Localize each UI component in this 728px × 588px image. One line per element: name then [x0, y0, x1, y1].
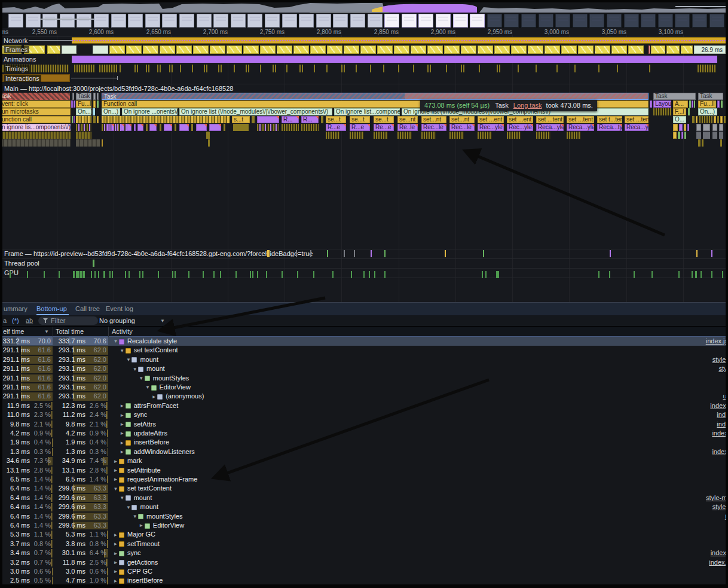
- tooltip-long-task-link[interactable]: Long task: [513, 102, 542, 109]
- expand-icon[interactable]: ►: [112, 549, 119, 558]
- flame-bar[interactable]: set ...tent: [625, 116, 649, 123]
- frame-block[interactable]: [444, 45, 460, 54]
- flame-bar[interactable]: O...: [673, 116, 686, 123]
- collapse-icon[interactable]: ▼: [112, 337, 119, 346]
- flame-bar[interactable]: [257, 124, 279, 131]
- sort-caret-icon[interactable]: ▼: [44, 329, 49, 334]
- expand-icon[interactable]: ►: [112, 567, 119, 576]
- flame-bar[interactable]: [692, 100, 693, 108]
- flame-bar[interactable]: Rec...yle: [478, 124, 504, 131]
- frame-block[interactable]: [126, 45, 142, 54]
- frame-block[interactable]: [310, 45, 326, 54]
- source-link[interactable]: index.js:: [710, 401, 726, 410]
- expand-icon[interactable]: ►: [112, 466, 119, 475]
- flame-bar[interactable]: unction call: [2, 116, 71, 123]
- expand-icon[interactable]: ►: [112, 540, 119, 549]
- flame-bar[interactable]: [160, 124, 161, 131]
- track-label-timings[interactable]: Timings: [4, 65, 30, 72]
- table-row[interactable]: 291.1 ms61.6 %293.1 ms62.0 %▼mountStyles…: [2, 374, 726, 383]
- table-row[interactable]: 11.9 ms2.5 %12.3 ms2.6 %►attrsFromFaceti…: [2, 401, 726, 410]
- source-link[interactable]: style-mod: [712, 502, 726, 511]
- flame-bar[interactable]: Task: [653, 93, 696, 100]
- filmstrip-thumbnail[interactable]: [42, 14, 57, 28]
- flame-bar[interactable]: [76, 132, 91, 139]
- frame-block[interactable]: [210, 45, 225, 54]
- flame-bar[interactable]: [397, 132, 412, 139]
- flame-bar[interactable]: [684, 132, 686, 139]
- filmstrip-thumbnail[interactable]: [162, 14, 177, 28]
- filmstrip-track[interactable]: [2, 13, 726, 28]
- flame-bar[interactable]: [699, 116, 712, 123]
- source-link[interactable]: index.js: [712, 429, 726, 438]
- table-row[interactable]: 3.0 ms0.6 %3.0 ms0.6 %►CPP GC: [2, 567, 726, 576]
- frame-block[interactable]: [494, 45, 510, 54]
- frame-block[interactable]: [243, 45, 259, 54]
- flame-bar[interactable]: un microtasks: [2, 108, 71, 115]
- table-row[interactable]: 291.1 ms61.6 %293.1 ms62.0 %►(anonymous)…: [2, 392, 726, 401]
- frame-block[interactable]: [62, 45, 77, 54]
- source-link[interactable]: index.js: [706, 337, 726, 346]
- filmstrip-thumbnail[interactable]: [145, 14, 160, 28]
- filmstrip-thumbnail[interactable]: [402, 14, 417, 28]
- table-row[interactable]: 5.3 ms1.1 %5.3 ms1.1 %►Major GC: [2, 530, 726, 539]
- filmstrip-thumbnail[interactable]: [658, 14, 673, 28]
- flame-bar[interactable]: ask: [2, 93, 70, 100]
- frame-block[interactable]: [277, 45, 292, 54]
- filmstrip-thumbnail[interactable]: [333, 14, 348, 28]
- flame-bar[interactable]: [121, 124, 124, 131]
- flame-bar[interactable]: [2, 132, 71, 139]
- flame-bar[interactable]: set ...ent: [478, 116, 504, 123]
- filmstrip-thumbnail[interactable]: [521, 14, 536, 28]
- source-link[interactable]: index.js: [712, 447, 726, 456]
- filmstrip-thumbnail[interactable]: [26, 14, 41, 28]
- flame-bar[interactable]: On ignore ...onents\/): [122, 108, 178, 115]
- flame-bar[interactable]: [350, 132, 364, 139]
- track-label-frames[interactable]: Frames: [4, 46, 29, 53]
- source-link[interactable]: useCodeMirror: [723, 392, 726, 401]
- animations-track-bar[interactable]: [72, 56, 717, 63]
- flame-bar[interactable]: [321, 116, 323, 123]
- flame-bar[interactable]: [97, 116, 99, 123]
- flame-bar[interactable]: [687, 124, 689, 131]
- flame-bar[interactable]: se...t: [374, 116, 394, 123]
- flame-bar[interactable]: [137, 124, 143, 131]
- tab-event-log[interactable]: Event log: [106, 305, 133, 312]
- frame-block[interactable]: [628, 45, 644, 54]
- frame-block[interactable]: [511, 45, 527, 54]
- filmstrip-thumbnail[interactable]: [675, 14, 690, 28]
- frame-block[interactable]: [93, 45, 108, 54]
- flame-bar[interactable]: A...: [673, 100, 688, 108]
- filmstrip-thumbnail[interactable]: [418, 14, 433, 28]
- collapse-icon[interactable]: ▼: [138, 374, 145, 383]
- frame-block[interactable]: [611, 45, 627, 54]
- frame-block[interactable]: [176, 45, 192, 54]
- filmstrip-thumbnail[interactable]: [265, 14, 280, 28]
- flame-bar[interactable]: [719, 132, 723, 139]
- track-label-network[interactable]: Network: [4, 37, 27, 44]
- expand-icon[interactable]: ►: [112, 577, 119, 584]
- flame-bar[interactable]: [703, 132, 710, 139]
- flame-bar[interactable]: [714, 116, 716, 123]
- flame-bar[interactable]: [692, 116, 695, 123]
- flame-bar[interactable]: [93, 108, 95, 115]
- filmstrip-thumbnail[interactable]: [641, 14, 656, 28]
- table-row[interactable]: 34.6 ms7.3 %34.9 ms7.4 %►mark: [2, 456, 726, 465]
- table-row[interactable]: 6.4 ms1.4 %299.6 ms63.3 %▼mountstyle-mod: [2, 493, 726, 502]
- filmstrip-thumbnail[interactable]: [299, 14, 314, 28]
- table-row[interactable]: 1.3 ms0.3 %1.3 ms0.3 %►addWindowListener…: [2, 447, 726, 456]
- cpu-overview-strip[interactable]: [2, 2, 726, 13]
- flame-bar[interactable]: [478, 132, 492, 139]
- flame-bar[interactable]: [673, 132, 677, 139]
- flame-bar[interactable]: [134, 124, 136, 131]
- flame-bar[interactable]: On ignore list...components\/): [334, 108, 400, 115]
- collapse-icon[interactable]: ▼: [119, 493, 126, 502]
- track-label-interactions[interactable]: Interactions: [4, 75, 41, 82]
- flame-bar[interactable]: se...t: [326, 116, 346, 123]
- flame-bar[interactable]: [724, 116, 726, 123]
- flame-bar[interactable]: [179, 124, 189, 131]
- expand-icon[interactable]: ►: [119, 411, 126, 420]
- filmstrip-thumbnail[interactable]: [539, 14, 553, 28]
- flame-bar[interactable]: se...nt: [397, 116, 418, 123]
- flame-bar[interactable]: [175, 124, 176, 131]
- flame-bar[interactable]: On...): [102, 108, 120, 115]
